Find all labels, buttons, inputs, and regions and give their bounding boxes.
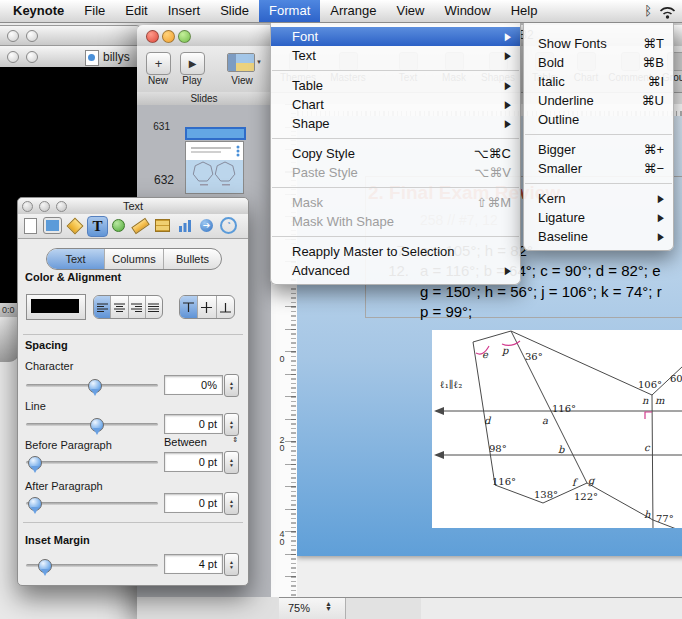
after-paragraph-field[interactable]: 0 pt xyxy=(164,493,223,513)
build-inspector-icon[interactable] xyxy=(65,216,84,235)
table-inspector-icon[interactable] xyxy=(153,216,172,235)
menu-item-baseline[interactable]: Baseline ▶ xyxy=(524,227,673,246)
menu-item-font[interactable]: Font ▶ xyxy=(271,27,520,46)
line-spacing-field[interactable]: 0 pt xyxy=(164,414,223,434)
slide-thumbnail-631-selected[interactable] xyxy=(185,127,246,140)
menubar-item-keynote[interactable]: Keynote xyxy=(0,0,74,22)
minimize-button[interactable] xyxy=(26,51,38,63)
horizontal-scrollbar-track[interactable] xyxy=(421,598,682,619)
menu-item-shape[interactable]: Shape ▶ xyxy=(271,114,520,133)
slide-number-631: 631 xyxy=(142,121,170,132)
close-button[interactable] xyxy=(146,30,159,43)
before-paragraph-slider[interactable] xyxy=(26,456,158,476)
close-button[interactable] xyxy=(7,30,19,42)
section-spacing: Spacing xyxy=(25,339,68,351)
view-dropdown-arrow-icon: ▼ xyxy=(256,59,262,65)
tab-bullets[interactable]: Bullets xyxy=(163,249,221,269)
inset-margin-field[interactable]: 4 pt xyxy=(164,554,223,574)
after-paragraph-slider[interactable] xyxy=(26,497,158,517)
submenu-arrow-icon: ▶ xyxy=(505,31,511,43)
align-top-button[interactable] xyxy=(180,296,197,318)
plus-icon: + xyxy=(155,56,163,71)
menu-item-smaller[interactable]: Smaller ⌘− xyxy=(524,159,673,178)
menu-item-underline[interactable]: Underline ⌘U xyxy=(524,91,673,110)
menu-item-bigger[interactable]: Bigger ⌘+ xyxy=(524,140,673,159)
menubar-item-format[interactable]: Format xyxy=(259,0,320,22)
character-slider[interactable] xyxy=(26,379,158,399)
minimize-button[interactable] xyxy=(162,30,175,43)
menu-item-table[interactable]: Table ▶ xyxy=(271,76,520,95)
character-stepper[interactable]: ▲ ▼ xyxy=(224,374,239,397)
menubar-item-slide[interactable]: Slide xyxy=(210,0,259,22)
movie-window-titlebar[interactable]: billys xyxy=(0,45,141,69)
minimize-button[interactable] xyxy=(39,201,50,212)
menubar-item-file[interactable]: File xyxy=(74,0,115,22)
menubar-item-window[interactable]: Window xyxy=(434,0,500,22)
close-button[interactable] xyxy=(22,201,33,212)
menu-item-chart[interactable]: Chart ▶ xyxy=(271,95,520,114)
wifi-icon[interactable] xyxy=(659,5,676,22)
character-spacing-field[interactable]: 0% xyxy=(164,375,223,395)
align-middle-button[interactable] xyxy=(197,296,215,318)
after-paragraph-stepper[interactable]: ▲ ▼ xyxy=(224,492,239,515)
align-center-button[interactable] xyxy=(110,296,127,318)
inset-margin-slider[interactable] xyxy=(26,559,158,579)
menu-item-text[interactable]: Text ▶ xyxy=(271,46,520,65)
before-paragraph-field[interactable]: 0 pt xyxy=(164,452,223,472)
menu-item-advanced[interactable]: Advanced ▶ xyxy=(271,261,520,280)
hyperlink-inspector-icon[interactable]: ➔ xyxy=(197,216,216,235)
metrics-inspector-icon[interactable] xyxy=(131,216,150,235)
svg-text:60: 60 xyxy=(670,373,682,384)
slide-thumbnail-632[interactable] xyxy=(185,141,244,194)
menubar-item-help[interactable]: Help xyxy=(501,0,548,22)
geometry-diagram[interactable]: ℓ₁∥ℓ₂ e p 36° 106° 60 n m 116° a d 98° b… xyxy=(432,330,682,528)
before-paragraph-stepper[interactable]: ▲ ▼ xyxy=(224,451,239,474)
chart-inspector-icon[interactable] xyxy=(175,216,194,235)
menu-item-copy-style[interactable]: Copy Style ⌥⌘C xyxy=(271,144,520,163)
divider xyxy=(23,334,243,335)
tab-text[interactable]: Text xyxy=(47,249,104,269)
zoom-control[interactable]: 75% ▲ ▼ xyxy=(279,598,346,619)
play-icon: ▶ xyxy=(189,58,197,69)
menu-item-outline[interactable]: Outline xyxy=(524,110,673,129)
menu-item-bold[interactable]: Bold ⌘B xyxy=(524,53,673,72)
menu-item-kern[interactable]: Kern ▶ xyxy=(524,189,673,208)
view-icon[interactable] xyxy=(227,53,255,72)
inset-margin-stepper[interactable]: ▲ ▼ xyxy=(224,553,239,576)
menu-item-ligature[interactable]: Ligature ▶ xyxy=(524,208,673,227)
menu-item-italic[interactable]: Italic ⌘I xyxy=(524,72,673,91)
new-slide-button[interactable]: + xyxy=(146,52,171,75)
menubar-item-insert[interactable]: Insert xyxy=(158,0,211,22)
align-right-button[interactable] xyxy=(128,296,145,318)
align-left-button[interactable] xyxy=(94,296,110,318)
line-stepper[interactable]: ▲ ▼ xyxy=(224,413,239,436)
align-justify-button[interactable] xyxy=(145,296,162,318)
slide-body-line[interactable]: g = 150°; h = 56°; j = 106°; k = 74°; r xyxy=(420,283,662,300)
palette-titlebar[interactable]: Text xyxy=(18,198,248,215)
slide-number-632: 632 xyxy=(146,173,174,187)
line-slider[interactable] xyxy=(26,418,158,438)
document-inspector-icon[interactable] xyxy=(21,216,40,235)
menubar-item-edit[interactable]: Edit xyxy=(115,0,157,22)
play-button[interactable]: ▶ xyxy=(180,52,205,75)
slide-body-line[interactable]: p = 99°; xyxy=(420,303,472,320)
tab-columns[interactable]: Columns xyxy=(104,249,163,269)
line-spacing-mode-popup[interactable]: Between ⇕ xyxy=(164,436,240,449)
align-bottom-button[interactable] xyxy=(216,296,234,318)
menubar-item-view[interactable]: View xyxy=(387,0,435,22)
menu-item-reapply-master[interactable]: Reapply Master to Selection xyxy=(271,242,520,261)
text-color-well[interactable] xyxy=(26,294,86,320)
graphic-inspector-icon[interactable] xyxy=(109,216,128,235)
text-inspector-icon[interactable]: T xyxy=(87,216,108,237)
zoom-button[interactable] xyxy=(56,201,67,212)
zoom-button[interactable] xyxy=(178,30,191,43)
menu-item-show-fonts[interactable]: Show Fonts ⌘T xyxy=(524,34,673,53)
minimize-button[interactable] xyxy=(26,30,38,42)
slide-inspector-icon[interactable] xyxy=(43,216,62,235)
close-button[interactable] xyxy=(7,51,19,63)
bluetooth-icon[interactable]: ᛒ xyxy=(644,0,652,22)
background-window-titlebar[interactable] xyxy=(0,25,142,47)
menubar-item-arrange[interactable]: Arrange xyxy=(320,0,386,22)
quicktime-inspector-icon[interactable]: ◔ xyxy=(219,216,238,235)
zoom-stepper[interactable]: ▲ ▼ xyxy=(325,601,332,611)
